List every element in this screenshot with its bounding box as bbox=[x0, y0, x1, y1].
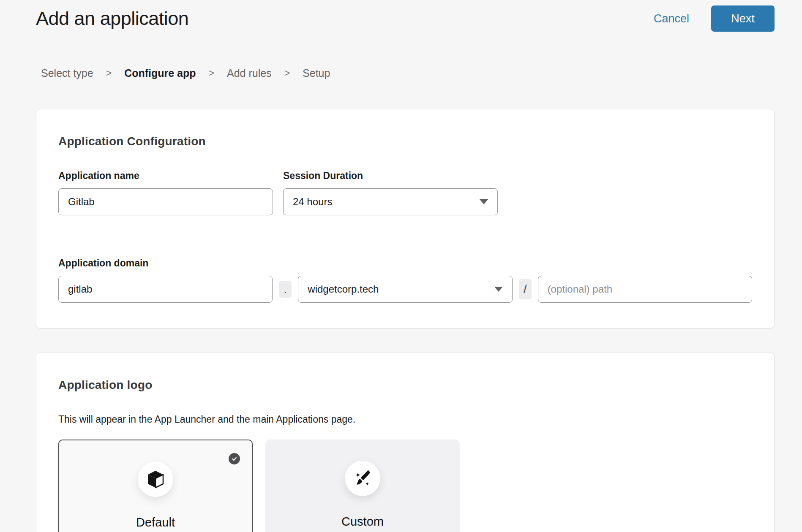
top-bar: Add an application Cancel Next bbox=[36, 0, 775, 32]
application-configuration-card: Application Configuration Application na… bbox=[36, 109, 775, 328]
logo-option-default[interactable]: Default bbox=[58, 440, 253, 532]
step-separator: > bbox=[106, 68, 112, 79]
add-application-page: Add an application Cancel Next Select ty… bbox=[36, 0, 775, 532]
step-add-rules[interactable]: Add rules bbox=[227, 67, 272, 79]
session-duration-select[interactable]: 24 hours bbox=[283, 188, 498, 215]
domain-select-value: widgetcorp.tech bbox=[308, 283, 379, 295]
application-logo-card: Application logo This will appear in the… bbox=[36, 353, 775, 532]
header-actions: Cancel Next bbox=[654, 5, 775, 32]
cancel-button[interactable]: Cancel bbox=[654, 12, 689, 25]
default-logo-circle bbox=[138, 461, 173, 497]
next-button[interactable]: Next bbox=[711, 5, 775, 32]
application-name-label: Application name bbox=[58, 170, 273, 182]
step-separator: > bbox=[284, 68, 290, 79]
step-setup[interactable]: Setup bbox=[303, 67, 330, 79]
selected-check-badge bbox=[229, 453, 240, 464]
name-duration-row: Application name Session Duration 24 hou… bbox=[58, 170, 752, 215]
domain-select[interactable]: widgetcorp.tech bbox=[298, 276, 512, 303]
cube-icon bbox=[147, 470, 164, 489]
session-duration-field-group: Session Duration 24 hours bbox=[283, 170, 498, 215]
chevron-down-icon bbox=[480, 199, 488, 204]
check-icon bbox=[231, 456, 237, 462]
application-name-input[interactable] bbox=[58, 188, 273, 215]
chevron-down-icon bbox=[494, 287, 503, 292]
logo-card-title: Application logo bbox=[58, 378, 752, 392]
slash-separator: / bbox=[519, 279, 532, 299]
application-domain-section: Application domain . widgetcorp.tech / bbox=[58, 258, 752, 303]
session-duration-value: 24 hours bbox=[293, 196, 332, 208]
session-duration-label: Session Duration bbox=[283, 170, 498, 182]
step-select-type[interactable]: Select type bbox=[41, 67, 93, 79]
logo-options: Default Custom bbox=[58, 440, 752, 532]
config-card-title: Application Configuration bbox=[58, 135, 752, 148]
step-configure-app[interactable]: Configure app bbox=[124, 67, 196, 79]
dot-separator: . bbox=[279, 281, 292, 298]
paintbrush-icon bbox=[353, 469, 372, 488]
logo-option-custom[interactable]: Custom bbox=[265, 440, 460, 532]
application-name-field-group: Application name bbox=[58, 170, 273, 215]
application-domain-label: Application domain bbox=[58, 258, 752, 269]
page-title: Add an application bbox=[36, 8, 188, 30]
logo-option-label: Custom bbox=[341, 515, 384, 529]
logo-card-description: This will appear in the App Launcher and… bbox=[58, 414, 752, 425]
path-input[interactable] bbox=[538, 276, 752, 303]
logo-option-label: Default bbox=[136, 516, 175, 529]
application-domain-row: . widgetcorp.tech / bbox=[58, 276, 752, 303]
wizard-steps: Select type > Configure app > Add rules … bbox=[41, 67, 775, 79]
subdomain-input[interactable] bbox=[58, 276, 273, 303]
step-separator: > bbox=[209, 68, 214, 79]
custom-logo-circle bbox=[345, 461, 380, 496]
